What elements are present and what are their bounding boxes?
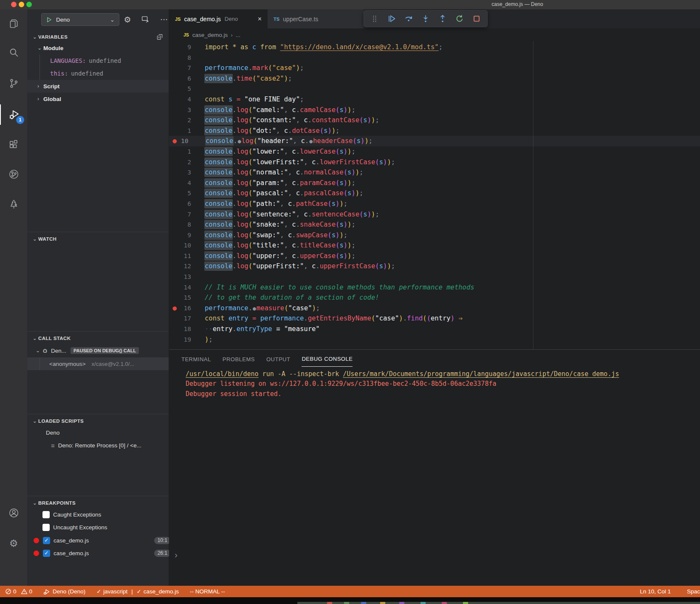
variables-section-header[interactable]: ⌄ VARIABLES: [27, 31, 169, 42]
code-line[interactable]: 17const entry = performance.getEntriesBy…: [169, 313, 700, 324]
manage-gear-icon[interactable]: ⚙: [0, 533, 27, 553]
gutter-space[interactable]: [169, 334, 180, 345]
stop-button[interactable]: [470, 12, 483, 25]
checkbox-unchecked[interactable]: [42, 511, 50, 518]
tree-item-script[interactable]: › Script: [27, 80, 169, 93]
start-debug-icon[interactable]: [46, 17, 52, 23]
accounts-icon[interactable]: [0, 503, 27, 523]
gutter-space[interactable]: [169, 313, 180, 324]
code-line[interactable]: 19);: [169, 334, 700, 345]
gutter-space[interactable]: [169, 240, 180, 251]
code-line[interactable]: 1console.log("lower:", c.lowerCase(s));: [169, 146, 700, 157]
code-line[interactable]: 13: [169, 272, 700, 282]
problems-status[interactable]: 0 0: [5, 588, 32, 595]
tree-item-module[interactable]: ⌄ Module: [27, 42, 169, 54]
restart-button[interactable]: [453, 12, 466, 25]
code-line[interactable]: 8: [169, 53, 700, 63]
breakpoint-row[interactable]: ✓ case_demo.js 10:1: [27, 534, 175, 547]
gutter-space[interactable]: [169, 94, 180, 105]
breadcrumb-file[interactable]: case_demo.js: [192, 32, 228, 38]
breakpoint-row[interactable]: ✓ case_demo.js 26:1: [27, 547, 175, 559]
panel-tab-terminal[interactable]: TERMINAL: [181, 356, 211, 367]
source-control-icon[interactable]: [0, 73, 27, 93]
gutter-space[interactable]: [169, 219, 180, 230]
panel-tab-debug-console[interactable]: DEBUG CONSOLE: [302, 356, 353, 367]
code-line[interactable]: 15// to get the duration of a section of…: [169, 292, 700, 303]
gutter-space[interactable]: [169, 126, 180, 136]
code-line[interactable]: 4const s = "one FINE day";: [169, 94, 700, 105]
tab-uppercase-ts[interactable]: TS upperCase.ts: [268, 9, 364, 28]
uncaught-exceptions-row[interactable]: Uncaught Exceptions: [27, 521, 184, 534]
loaded-scripts-section-header[interactable]: ⌄ LOADED SCRIPTS: [27, 416, 169, 427]
code-line[interactable]: 2console.log("lowerFirst:", c.lowerFirst…: [169, 157, 700, 168]
console-link[interactable]: /Users/mark/Documents/programming/langua…: [343, 370, 619, 378]
vim-mode-status[interactable]: -- NORMAL --: [190, 588, 225, 595]
gutter-space[interactable]: [169, 73, 180, 84]
launch-config-select[interactable]: Deno ⌄: [41, 13, 119, 26]
code-editor[interactable]: 9import * as c from "https://deno.land/x…: [169, 41, 700, 349]
gutter-space[interactable]: [169, 199, 180, 209]
gutter-space[interactable]: [169, 261, 180, 272]
panel-tab-output[interactable]: OUTPUT: [266, 356, 290, 367]
more-actions-icon[interactable]: ⋯: [159, 14, 169, 25]
minimize-window-button[interactable]: [19, 2, 24, 7]
step-over-button[interactable]: [402, 12, 415, 25]
gutter-space[interactable]: [169, 282, 180, 293]
gutter-space[interactable]: [169, 251, 180, 261]
code-line[interactable]: 9import * as c from "https://deno.land/x…: [169, 42, 700, 53]
indentation-status[interactable]: Spac: [687, 588, 700, 595]
code-line[interactable]: 6console.log("path:", c.pathCase(s));: [169, 199, 700, 209]
gutter-breakpoint-dot[interactable]: ●: [169, 136, 180, 146]
gutter-breakpoint-dot[interactable]: ●: [169, 303, 180, 314]
gutter-space[interactable]: [169, 230, 180, 241]
breadcrumb-more[interactable]: ...: [236, 32, 240, 38]
code-line[interactable]: 12console.log("upperFirst:", c.upperFirs…: [169, 261, 700, 272]
breadcrumb[interactable]: JS case_demo.js › ...: [169, 28, 700, 41]
gutter-space[interactable]: [169, 292, 180, 303]
gutter-space[interactable]: [169, 178, 180, 188]
code-line[interactable]: 3console.log("camel:", c.camelCase(s));: [169, 105, 700, 115]
gutter-space[interactable]: [169, 115, 180, 126]
checkbox-unchecked[interactable]: [42, 524, 50, 531]
code-line[interactable]: 1console.log("dot:", c.dotCase(s));: [169, 126, 700, 136]
code-line[interactable]: 11console.log("upper:", c.upperCase(s));: [169, 251, 700, 261]
watch-section-header[interactable]: ⌄ WATCH: [27, 233, 169, 244]
run-and-debug-icon[interactable]: 1: [0, 104, 28, 125]
debug-console-icon[interactable]: [140, 14, 150, 25]
panel-tab-problems[interactable]: PROBLEMS: [223, 356, 255, 367]
code-line[interactable]: 14// It is MUCH easier to use console me…: [169, 282, 700, 293]
step-out-button[interactable]: [436, 12, 449, 25]
code-line[interactable]: ●16performance.●measure("case");: [169, 303, 700, 314]
code-line[interactable]: 9console.log("swap:", c.swapCase(s));: [169, 230, 700, 241]
code-line[interactable]: 6console.time("case2");: [169, 73, 700, 84]
step-into-button[interactable]: [419, 12, 432, 25]
breakpoints-section-header[interactable]: ⌄ BREAKPOINTS: [27, 497, 169, 508]
close-window-button[interactable]: [11, 2, 17, 7]
gutter-space[interactable]: [169, 42, 180, 53]
code-line[interactable]: 2console.log("constant:", c.constantCase…: [169, 115, 700, 126]
search-icon[interactable]: [0, 42, 27, 62]
loaded-script-root[interactable]: Deno: [27, 426, 187, 439]
continue-button[interactable]: [385, 12, 398, 25]
gutter-space[interactable]: [169, 188, 180, 199]
gutter-space[interactable]: [169, 84, 180, 94]
code-line-current[interactable]: ●10console.●log("header:", c.●headerCase…: [169, 136, 700, 146]
debug-target-status[interactable]: Deno (Deno): [43, 588, 85, 595]
checkbox-checked[interactable]: ✓: [43, 550, 50, 557]
variable-row[interactable]: LANGUAGES: undefined: [27, 54, 192, 67]
code-line[interactable]: 5: [169, 84, 700, 94]
drag-handle-icon[interactable]: [368, 12, 381, 25]
code-line[interactable]: 7console.log("sentence:", c.sentenceCase…: [169, 209, 700, 220]
debug-session-row[interactable]: ⌄ Den... PAUSED ON DEBUG() CALL: [27, 345, 169, 357]
extensions-icon[interactable]: [0, 134, 27, 155]
gutter-space[interactable]: [169, 324, 180, 334]
gutter-space[interactable]: [169, 167, 180, 178]
gutter-space[interactable]: [169, 53, 180, 63]
repl-prompt-chevron[interactable]: ›: [175, 550, 178, 560]
call-stack-section-header[interactable]: ⌄ CALL STACK: [27, 333, 169, 344]
code-line[interactable]: 8console.log("snake:", c.snakeCase(s));: [169, 219, 700, 230]
stack-frame-row[interactable]: <anonymous> x/case@v2.1.0/...: [27, 357, 169, 370]
gutter-space[interactable]: [169, 105, 180, 115]
code-line[interactable]: 10console.log("title:", c.titleCase(s));: [169, 240, 700, 251]
tree-item-global[interactable]: › Global: [27, 93, 169, 105]
